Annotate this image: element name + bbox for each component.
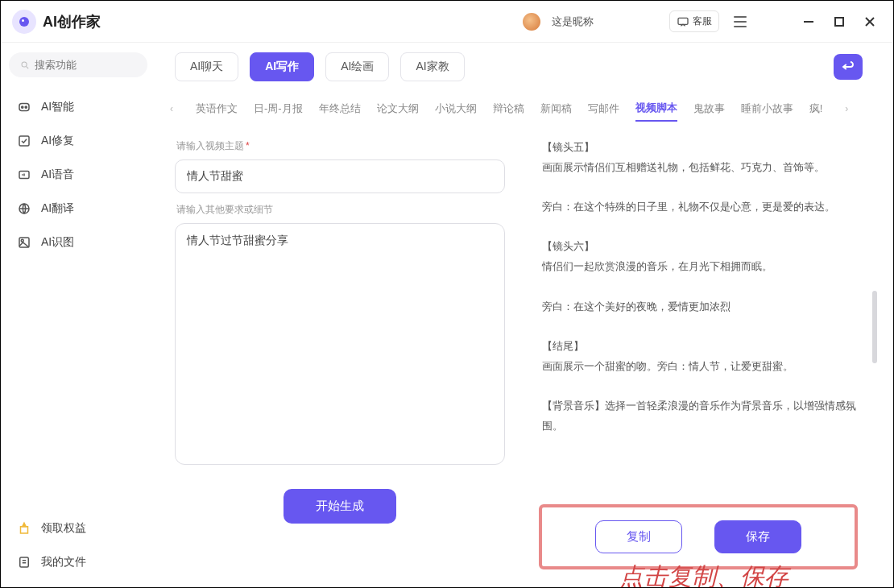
window-controls: [797, 10, 882, 34]
svg-point-1: [22, 19, 24, 22]
subtab-summary[interactable]: 年终总结: [319, 97, 361, 121]
menu-button[interactable]: [734, 12, 753, 31]
detail-label: 请输入其他要求或细节: [176, 203, 505, 217]
svg-rect-2: [678, 18, 688, 24]
svg-point-16: [21, 239, 23, 242]
image-icon: [17, 235, 31, 250]
output-line: [542, 277, 859, 297]
svg-rect-12: [19, 136, 29, 146]
subtab-news[interactable]: 新闻稿: [540, 97, 572, 121]
subtab-thesis[interactable]: 论文大纲: [377, 97, 419, 121]
sidebar-item-ai-voice[interactable]: AI语音: [9, 158, 147, 192]
file-icon: [17, 555, 31, 569]
return-icon: [841, 60, 855, 74]
output-line: 旁白：在这个美好的夜晚，爱情更加浓烈: [542, 297, 859, 317]
sidebar-item-label: 领取权益: [41, 521, 86, 536]
output-line: [542, 376, 859, 396]
topic-label: 请输入视频主题*: [176, 139, 505, 153]
title-right: 这是昵称 客服: [523, 10, 882, 34]
nickname: 这是昵称: [552, 14, 594, 29]
svg-point-11: [25, 106, 27, 108]
topic-input[interactable]: [175, 159, 505, 193]
subtab-bedtime[interactable]: 睡前小故事: [741, 97, 793, 121]
sidebar-item-ai-image[interactable]: AI识图: [9, 226, 147, 259]
back-button[interactable]: [834, 54, 863, 80]
sidebar-item-label: AI识图: [41, 235, 74, 250]
app-logo: [12, 10, 36, 34]
sidebar-item-label: AI智能: [41, 100, 74, 114]
close-button[interactable]: [858, 10, 882, 34]
scroll-right-button[interactable]: ›: [838, 101, 855, 117]
logo-wrap: AI创作家: [12, 10, 101, 34]
output-line: 画面展示一个甜蜜的吻。旁白：情人节，让爱更甜蜜。: [542, 357, 859, 377]
search-box[interactable]: [9, 52, 147, 77]
smart-icon: [17, 100, 31, 114]
tab-ai-tutor[interactable]: AI家教: [400, 52, 464, 81]
translate-icon: [17, 201, 31, 216]
subtab-email[interactable]: 写邮件: [588, 97, 619, 121]
subtab-english[interactable]: 英语作文: [196, 97, 238, 121]
sidebar-item-files[interactable]: 我的文件: [9, 545, 147, 579]
output-panel: 【镜头五】画面展示情侣们互相赠送礼物，包括鲜花、巧克力、首饰等。 旁白：在这个特…: [519, 130, 882, 588]
output-line: 情侣们一起欣赏浪漫的音乐，在月光下相拥而眠。: [542, 257, 859, 277]
copy-button[interactable]: 复制: [595, 520, 682, 553]
scrollbar-thumb[interactable]: [872, 291, 877, 363]
svg-line-8: [27, 66, 29, 68]
action-highlight-box: 复制 保存: [539, 504, 858, 569]
maximize-button[interactable]: [827, 10, 851, 34]
subtab-ghost[interactable]: 鬼故事: [693, 97, 725, 121]
output-line: [542, 317, 859, 337]
user-avatar[interactable]: [523, 13, 540, 31]
sidebar-item-ai-repair[interactable]: AI修复: [9, 124, 147, 158]
form-panel: 请输入视频主题* 请输入其他要求或细节 开始生成: [175, 130, 505, 588]
top-tabs: AI聊天 AI写作 AI绘画 AI家教: [155, 52, 893, 81]
sidebar-item-rights[interactable]: 领取权益: [9, 511, 147, 545]
minimize-button[interactable]: [797, 10, 821, 34]
output-line: 旁白：在这个特殊的日子里，礼物不仅是心意，更是爱的表达。: [542, 197, 859, 217]
sidebar-item-ai-smart[interactable]: AI智能: [9, 90, 147, 124]
svg-rect-9: [19, 104, 29, 111]
output-line: 【结尾】: [542, 337, 859, 357]
svg-point-7: [22, 61, 27, 66]
subtab-novel[interactable]: 小说大纲: [435, 97, 477, 121]
output-line: [542, 217, 859, 238]
app-title: AI创作家: [43, 12, 101, 31]
sidebar-item-ai-translate[interactable]: AI翻译: [9, 192, 147, 226]
search-icon: [20, 60, 30, 71]
output-line: 画面展示情侣们互相赠送礼物，包括鲜花、巧克力、首饰等。: [542, 158, 859, 178]
logo-icon: [17, 14, 31, 29]
save-button[interactable]: 保存: [714, 520, 801, 553]
support-label: 客服: [693, 14, 712, 28]
subtab-video-script[interactable]: 视频脚本: [635, 96, 677, 122]
output-line: [542, 177, 859, 197]
svg-point-0: [19, 17, 29, 27]
sidebar-item-label: 我的文件: [41, 555, 86, 569]
repair-icon: [17, 134, 31, 148]
detail-textarea[interactable]: [175, 223, 505, 465]
chat-icon: [677, 15, 689, 28]
subtab-more[interactable]: 疯!: [809, 97, 823, 121]
sidebar: AI智能 AI修复 AI语音 AI翻译 AI识图 领取权益 我的文件: [1, 43, 155, 588]
voice-icon: [17, 168, 31, 182]
search-input[interactable]: [35, 59, 136, 71]
tab-ai-write[interactable]: AI写作: [250, 52, 314, 81]
sidebar-item-label: AI修复: [41, 134, 74, 148]
scroll-left-button[interactable]: ‹: [163, 101, 180, 117]
annotation-text: 点击复制、保存: [619, 561, 788, 588]
output-text: 【镜头五】画面展示情侣们互相赠送礼物，包括鲜花、巧克力、首饰等。 旁白：在这个特…: [519, 130, 882, 496]
generate-button[interactable]: 开始生成: [284, 489, 396, 524]
svg-rect-4: [835, 18, 843, 26]
output-line: 【镜头五】: [542, 138, 859, 158]
sidebar-item-label: AI翻译: [41, 201, 74, 216]
subtab-debate[interactable]: 辩论稿: [493, 97, 524, 121]
tab-ai-draw[interactable]: AI绘画: [325, 52, 389, 81]
sidebar-item-label: AI语音: [41, 168, 74, 182]
output-line: 【背景音乐】选择一首轻柔浪漫的音乐作为背景音乐，以增强情感氛围。: [542, 396, 859, 436]
svg-point-10: [22, 106, 23, 108]
support-button[interactable]: 客服: [669, 10, 719, 32]
main-area: AI聊天 AI写作 AI绘画 AI家教 ‹ 英语作文 日-周-月报 年终总结 论…: [155, 43, 893, 588]
sub-tabs: ‹ 英语作文 日-周-月报 年终总结 论文大纲 小说大纲 辩论稿 新闻稿 写邮件…: [155, 96, 893, 122]
tab-ai-chat[interactable]: AI聊天: [175, 52, 238, 81]
gift-icon: [17, 521, 31, 536]
subtab-report[interactable]: 日-周-月报: [254, 97, 303, 121]
